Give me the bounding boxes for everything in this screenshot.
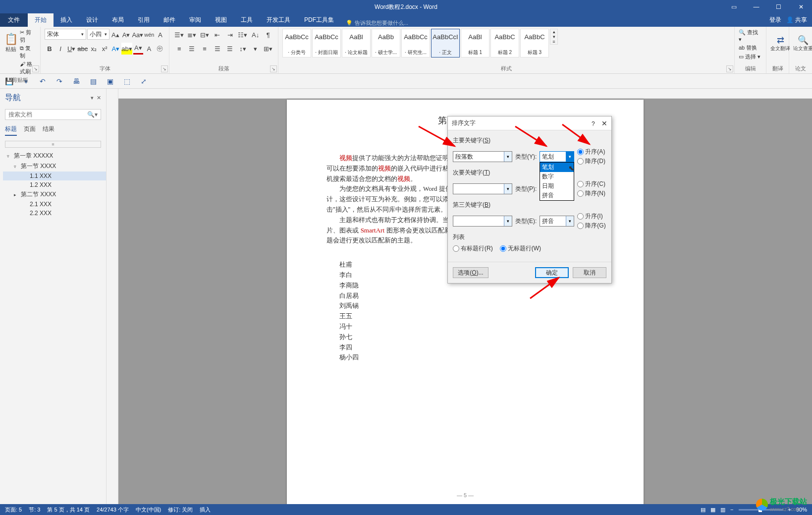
nav-tree-node[interactable]: 1.1 XXX bbox=[3, 172, 106, 180]
tab-mailings[interactable]: 邮件 bbox=[157, 13, 182, 27]
style-item[interactable]: AaBl· 论文标题 bbox=[342, 29, 371, 57]
paragraph-dialog-launcher[interactable]: ↘ bbox=[270, 65, 277, 72]
replace-button[interactable]: ab 替换 bbox=[739, 44, 762, 52]
char-shading-button[interactable]: A bbox=[144, 43, 154, 55]
qat-btn-8[interactable]: ⤢ bbox=[139, 76, 149, 86]
bullets-button[interactable]: ☰▾ bbox=[173, 29, 185, 41]
nav-tree-node[interactable]: 1.2 XXX bbox=[3, 180, 106, 189]
qat-btn-5[interactable]: ▤ bbox=[88, 76, 98, 86]
nav-tree-node[interactable]: ▸第二节 XXXX bbox=[3, 189, 106, 200]
line-spacing-button[interactable]: ↕▾ bbox=[237, 43, 249, 55]
paste-button[interactable]: 📋 粘贴 bbox=[4, 29, 18, 57]
nav-tab-results[interactable]: 结果 bbox=[43, 125, 54, 136]
redo-button[interactable]: ↷ bbox=[54, 76, 64, 86]
caret-icon[interactable]: ▿ bbox=[14, 164, 19, 169]
login-button[interactable]: 登录 bbox=[769, 16, 781, 24]
tell-me-box[interactable]: 💡 告诉我您想要做什么... bbox=[346, 19, 408, 27]
tab-insert[interactable]: 插入 bbox=[54, 13, 79, 27]
tab-developer[interactable]: 开发工具 bbox=[260, 13, 297, 27]
cancel-button[interactable]: 取消 bbox=[573, 267, 606, 278]
justify-button[interactable]: ☰ bbox=[212, 43, 223, 55]
copy-button[interactable]: ⧉ 复制 bbox=[20, 45, 36, 59]
nav-tree-node[interactable]: 2.1 XXX bbox=[3, 200, 106, 209]
status-insert[interactable]: 插入 bbox=[200, 506, 211, 514]
qat-btn-7[interactable]: ⬚ bbox=[122, 76, 132, 86]
undo-button[interactable]: ↶ bbox=[38, 76, 48, 86]
shrink-font-button[interactable]: A▾ bbox=[121, 29, 131, 41]
underline-button[interactable]: U▾ bbox=[66, 43, 76, 55]
status-section[interactable]: 节: 3 bbox=[29, 506, 40, 514]
italic-button[interactable]: I bbox=[55, 43, 65, 55]
ribbon-display-options-icon[interactable]: ▭ bbox=[723, 0, 745, 14]
increase-indent-button[interactable]: ⇥ bbox=[224, 29, 236, 41]
type1-select[interactable]: 笔划▾ bbox=[540, 151, 574, 162]
align-center-button[interactable]: ☰ bbox=[186, 43, 198, 55]
font-dialog-launcher[interactable]: ↘ bbox=[161, 65, 168, 72]
status-page[interactable]: 页面: 5 bbox=[5, 506, 22, 514]
key1-field-select[interactable]: 段落数▾ bbox=[453, 151, 512, 162]
zoom-out-button[interactable]: − bbox=[730, 507, 733, 513]
full-translate-button[interactable]: ⇄ 全文翻译 bbox=[770, 29, 790, 57]
style-item[interactable]: AaBbCc· 封面日期 bbox=[312, 29, 341, 57]
key3-field-select[interactable]: ▾ bbox=[453, 216, 512, 227]
nav-scroll-up[interactable]: ≡ bbox=[5, 141, 101, 148]
phonetic-guide-button[interactable]: wén bbox=[144, 29, 154, 41]
superscript-button[interactable]: x² bbox=[100, 43, 109, 55]
style-item[interactable]: AaBl标题 1 bbox=[461, 29, 489, 57]
nav-dropdown-icon[interactable]: ▾ bbox=[91, 95, 94, 101]
style-item[interactable]: AaBbCcI· 正文 bbox=[431, 29, 460, 57]
nav-search-box[interactable]: 🔍▾ bbox=[5, 109, 101, 120]
tab-home[interactable]: 开始 bbox=[28, 13, 54, 27]
char-border-button[interactable]: 𝖠 bbox=[155, 29, 165, 41]
share-button[interactable]: 👤 共享 bbox=[786, 16, 807, 24]
change-case-button[interactable]: Aa▾ bbox=[132, 29, 143, 41]
show-marks-button[interactable]: ¶ bbox=[262, 29, 274, 41]
status-words[interactable]: 24/2743 个字 bbox=[97, 506, 129, 514]
sort-button[interactable]: A↓ bbox=[250, 29, 262, 41]
tab-file[interactable]: 文件 bbox=[0, 13, 28, 27]
align-right-button[interactable]: ≡ bbox=[199, 43, 211, 55]
sort1-desc-radio[interactable]: 降序(D) bbox=[577, 157, 605, 166]
font-name-select[interactable]: 宋体▾ bbox=[45, 29, 86, 40]
sort3-asc-radio[interactable]: 升序(I) bbox=[577, 212, 605, 221]
tab-references[interactable]: 引用 bbox=[131, 13, 157, 27]
decrease-indent-button[interactable]: ⇤ bbox=[212, 29, 223, 41]
align-left-button[interactable]: ≡ bbox=[173, 43, 185, 55]
thesis-check-button[interactable]: 🔍 论文查重 bbox=[793, 29, 812, 57]
sort1-asc-radio[interactable]: 升序(A) bbox=[577, 148, 605, 156]
status-track[interactable]: 修订: 关闭 bbox=[168, 506, 193, 514]
styles-scroll-down[interactable]: ▾ bbox=[550, 34, 557, 39]
clipboard-dialog-launcher[interactable]: ↘ bbox=[32, 65, 39, 72]
style-item[interactable]: AaBbC标题 2 bbox=[490, 29, 519, 57]
no-header-row-radio[interactable]: 无标题行(W) bbox=[500, 244, 541, 253]
subscript-button[interactable]: x₂ bbox=[89, 43, 99, 55]
view-web-icon[interactable]: ▥ bbox=[720, 507, 725, 513]
ok-button[interactable]: 确定 bbox=[535, 267, 569, 278]
strike-button[interactable]: abc bbox=[77, 43, 88, 55]
multilevel-button[interactable]: ⊟▾ bbox=[199, 29, 211, 41]
key2-field-select[interactable]: ▾ bbox=[453, 183, 512, 194]
bold-button[interactable]: B bbox=[45, 43, 54, 55]
font-size-select[interactable]: 小四▾ bbox=[87, 29, 109, 40]
options-button[interactable]: 选项(O)... bbox=[453, 267, 488, 278]
view-read-icon[interactable]: ▤ bbox=[701, 507, 705, 513]
nav-tab-headings[interactable]: 标题 bbox=[5, 125, 17, 136]
header-row-radio[interactable]: 有标题行(R) bbox=[453, 244, 493, 253]
tab-pdf-tools[interactable]: PDF工具集 bbox=[297, 13, 341, 27]
nav-tree-node[interactable]: 2.2 XXX bbox=[3, 209, 106, 218]
tab-design[interactable]: 设计 bbox=[79, 13, 105, 27]
borders-button[interactable]: ⊞▾ bbox=[262, 43, 274, 55]
caret-icon[interactable]: ▸ bbox=[14, 192, 19, 197]
grow-font-button[interactable]: A▴ bbox=[110, 29, 120, 41]
status-lang[interactable]: 中文(中国) bbox=[136, 506, 161, 514]
cut-button[interactable]: ✂ 剪切 bbox=[20, 29, 36, 44]
nav-search-input[interactable] bbox=[8, 111, 87, 118]
highlight-button[interactable]: ab▾ bbox=[121, 43, 132, 55]
styles-scroll-up[interactable]: ▴ bbox=[550, 29, 557, 34]
print-button[interactable]: 🖶 bbox=[71, 76, 81, 86]
styles-dialog-launcher[interactable]: ↘ bbox=[726, 65, 733, 72]
dropdown-option[interactable]: 拼音 bbox=[540, 191, 574, 200]
tab-tools[interactable]: 工具 bbox=[234, 13, 260, 27]
tab-layout[interactable]: 布局 bbox=[105, 13, 131, 27]
maximize-icon[interactable]: ☐ bbox=[767, 0, 790, 14]
